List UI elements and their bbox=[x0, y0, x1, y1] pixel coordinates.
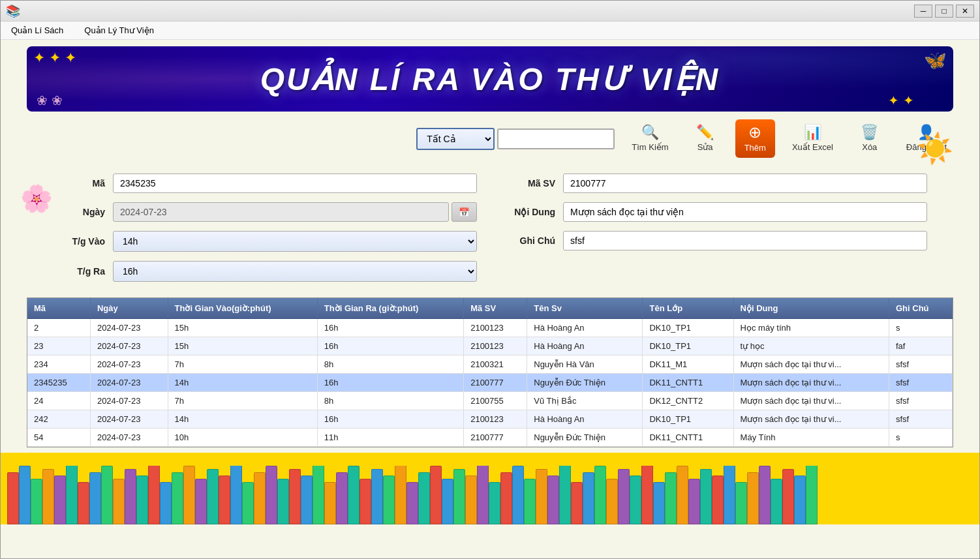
ma-input[interactable] bbox=[113, 174, 477, 193]
book-item bbox=[806, 466, 818, 524]
table-row[interactable]: 232024-07-2315h16h2100123Hà Hoàng AnDK10… bbox=[27, 337, 953, 355]
maximize-button[interactable]: □ bbox=[935, 5, 953, 18]
book-item bbox=[665, 472, 677, 524]
col-ghi-chu: Ghi Chú bbox=[889, 298, 952, 319]
book-item bbox=[301, 476, 313, 524]
table-row[interactable]: 22024-07-2315h16h2100123Hà Hoàng AnDK10_… bbox=[27, 319, 953, 337]
flower-icon-left: 🌸 bbox=[20, 183, 53, 214]
book-item bbox=[747, 472, 759, 524]
book-item bbox=[277, 479, 289, 524]
add-label: Thêm bbox=[744, 143, 766, 153]
book-item bbox=[500, 472, 512, 524]
form-right: Mã SV Nội Dung Ghi Chú bbox=[503, 174, 927, 282]
delete-icon: 🗑️ bbox=[861, 125, 878, 140]
menu-quan-li-sach[interactable]: Quản Lí Sách bbox=[6, 23, 69, 38]
delete-button[interactable]: 🗑️ Xóa bbox=[850, 121, 889, 156]
export-excel-label: Xuất Excel bbox=[792, 142, 833, 152]
book-item bbox=[536, 469, 547, 524]
book-item bbox=[606, 479, 618, 524]
book-item bbox=[313, 466, 324, 524]
excel-icon: 📊 bbox=[804, 125, 821, 140]
book-item bbox=[289, 469, 301, 524]
ma-label: Mã bbox=[53, 178, 105, 189]
table-row[interactable]: 23452352024-07-2314h16h2100777Nguyễn Đức… bbox=[27, 374, 953, 392]
book-item bbox=[653, 482, 665, 524]
app-window: 📚 ─ □ ✕ Quản Lí Sách Quản Lý Thư Viện QU… bbox=[0, 0, 980, 559]
book-item bbox=[724, 466, 735, 524]
book-item bbox=[688, 479, 700, 524]
book-item bbox=[430, 466, 442, 524]
book-item bbox=[712, 476, 724, 524]
book-item bbox=[19, 466, 31, 524]
close-button[interactable]: ✕ bbox=[956, 5, 974, 18]
ngay-row: Ngày 📅 bbox=[53, 202, 477, 222]
delete-label: Xóa bbox=[862, 142, 877, 152]
tg-vao-row: T/g Vào 7h8h9h10h 11h12h13h14h 15h16h17h… bbox=[53, 231, 477, 252]
menu-quan-ly-thu-vien[interactable]: Quản Lý Thư Viện bbox=[79, 23, 159, 38]
book-item bbox=[583, 472, 594, 524]
data-table-container: Mã Ngày Thời Gian Vào(giờ:phút) Thời Gia… bbox=[27, 297, 953, 447]
ghi-chu-row: Ghi Chú bbox=[503, 231, 927, 250]
ngay-label: Ngày bbox=[53, 207, 105, 217]
edit-button[interactable]: ✏️ Sửa bbox=[686, 121, 725, 156]
book-item bbox=[113, 479, 125, 524]
book-item bbox=[395, 466, 406, 524]
menu-bar: Quản Lí Sách Quản Lý Thư Viện bbox=[1, 22, 979, 40]
book-item bbox=[782, 469, 794, 524]
minimize-button[interactable]: ─ bbox=[914, 5, 932, 18]
sun-icon: ☀️ bbox=[917, 131, 953, 166]
book-item bbox=[524, 479, 536, 524]
search-input[interactable] bbox=[497, 128, 615, 149]
search-button[interactable]: 🔍 Tìm Kiếm bbox=[625, 121, 675, 156]
noi-dung-label: Nội Dung bbox=[503, 207, 555, 217]
book-item bbox=[348, 466, 360, 524]
book-item bbox=[477, 466, 489, 524]
table-row[interactable]: 2422024-07-2314h16h2100123Hà Hoàng AnDK1… bbox=[27, 410, 953, 429]
noi-dung-input[interactable] bbox=[563, 202, 927, 222]
ma-sv-label: Mã SV bbox=[503, 178, 555, 189]
book-item bbox=[148, 466, 160, 524]
table-row[interactable]: 2342024-07-237h8h2100321Nguyễn Hà VânDK1… bbox=[27, 355, 953, 374]
ghi-chu-input[interactable] bbox=[563, 231, 927, 250]
tg-ra-select[interactable]: 7h8h9h10h 11h12h13h14h 15h16h17h18h bbox=[113, 261, 477, 282]
book-item bbox=[42, 469, 54, 524]
book-item bbox=[489, 482, 500, 524]
book-item bbox=[571, 482, 583, 524]
edit-label: Sửa bbox=[697, 142, 713, 152]
book-item bbox=[183, 466, 195, 524]
book-item bbox=[78, 482, 89, 524]
search-area: Tất Cả Mã Ngày Tên SV Mã SV bbox=[416, 128, 615, 150]
banner-title: QUẢN LÍ RA VÀO THƯ VIỆN bbox=[260, 61, 720, 97]
ma-sv-row: Mã SV bbox=[503, 174, 927, 193]
book-item bbox=[618, 469, 630, 524]
col-tg-vao: Thời Gian Vào(giờ:phút) bbox=[168, 298, 317, 319]
book-item bbox=[512, 466, 524, 524]
export-excel-button[interactable]: 📊 Xuất Excel bbox=[786, 121, 840, 156]
date-picker-button[interactable]: 📅 bbox=[452, 202, 477, 222]
col-ten-lop: Tên Lớp bbox=[643, 298, 733, 319]
ghi-chu-label: Ghi Chú bbox=[503, 235, 555, 246]
book-item bbox=[242, 482, 254, 524]
book-item bbox=[442, 479, 453, 524]
col-noi-dung: Nội Dung bbox=[733, 298, 889, 319]
book-item bbox=[266, 466, 277, 524]
book-item bbox=[125, 469, 136, 524]
ma-sv-input[interactable] bbox=[563, 174, 927, 193]
table-row[interactable]: 542024-07-2310h11h2100777Nguyễn Đức Thiệ… bbox=[27, 429, 953, 447]
star-deco-right: ✦ ✦ bbox=[888, 93, 914, 108]
table-row[interactable]: 242024-07-237h8h2100755Vũ Thị BắcDK12_CN… bbox=[27, 392, 953, 410]
book-item bbox=[230, 466, 242, 524]
noi-dung-row: Nội Dung bbox=[503, 202, 927, 222]
book-item bbox=[406, 482, 418, 524]
book-item bbox=[89, 472, 101, 524]
book-item bbox=[101, 466, 113, 524]
form-left: Mã Ngày 📅 T/g Vào 7h8h9h10h 11h12 bbox=[53, 174, 477, 282]
add-button[interactable]: ⊕ Thêm bbox=[735, 119, 775, 158]
ma-row: Mã bbox=[53, 174, 477, 193]
book-item bbox=[160, 482, 172, 524]
ngay-input[interactable] bbox=[113, 202, 449, 222]
book-item bbox=[336, 472, 348, 524]
filter-select[interactable]: Tất Cả Mã Ngày Tên SV Mã SV bbox=[416, 128, 495, 150]
col-tg-ra: Thời Gian Ra (giờ:phút) bbox=[317, 298, 463, 319]
tg-vao-select[interactable]: 7h8h9h10h 11h12h13h14h 15h16h17h18h bbox=[113, 231, 477, 252]
